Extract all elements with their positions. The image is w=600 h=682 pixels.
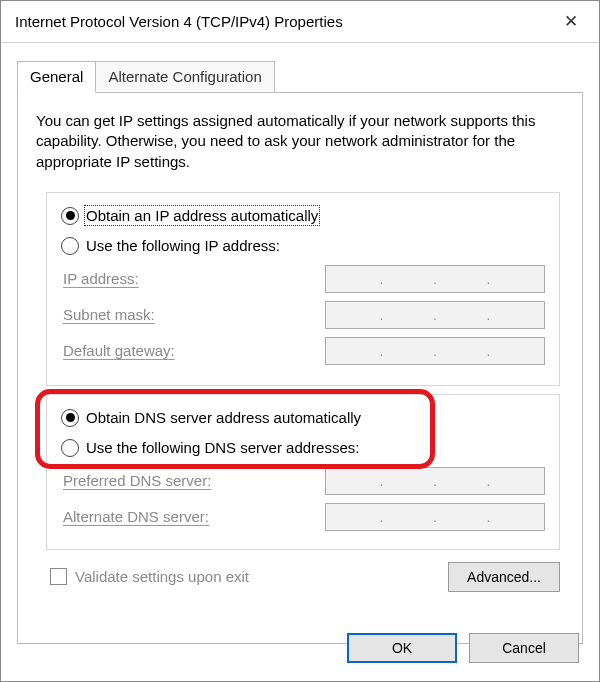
radio-use-following-ip[interactable]: Use the following IP address: <box>61 231 545 261</box>
ip-address-input: . . . <box>325 265 545 293</box>
tab-alternate-configuration[interactable]: Alternate Configuration <box>96 61 274 93</box>
radio-obtain-dns-auto[interactable]: Obtain DNS server address automatically <box>61 403 545 433</box>
cancel-button[interactable]: Cancel <box>469 633 579 663</box>
radio-icon <box>61 207 79 225</box>
checkbox-validate-settings[interactable]: Validate settings upon exit <box>50 568 448 585</box>
field-preferred-dns: Preferred DNS server: . . . <box>61 463 545 499</box>
field-label: Alternate DNS server: <box>63 508 325 525</box>
field-label: IP address: <box>63 270 325 287</box>
radio-use-following-dns[interactable]: Use the following DNS server addresses: <box>61 433 545 463</box>
dialog-buttons: OK Cancel <box>347 633 579 663</box>
tab-general[interactable]: General <box>17 61 96 93</box>
alternate-dns-input: . . . <box>325 503 545 531</box>
subnet-mask-input: . . . <box>325 301 545 329</box>
close-button[interactable]: ✕ <box>543 1 599 43</box>
radio-label: Use the following DNS server addresses: <box>86 439 359 456</box>
dialog-window: Internet Protocol Version 4 (TCP/IPv4) P… <box>0 0 600 682</box>
radio-obtain-ip-auto[interactable]: Obtain an IP address automatically <box>61 201 545 231</box>
radio-icon <box>61 237 79 255</box>
default-gateway-input: . . . <box>325 337 545 365</box>
preferred-dns-input: . . . <box>325 467 545 495</box>
ok-button[interactable]: OK <box>347 633 457 663</box>
close-icon: ✕ <box>564 11 578 32</box>
field-label: Preferred DNS server: <box>63 472 325 489</box>
radio-label: Use the following IP address: <box>86 237 280 254</box>
checkbox-icon <box>50 568 67 585</box>
radio-label: Obtain an IP address automatically <box>86 207 318 224</box>
window-title: Internet Protocol Version 4 (TCP/IPv4) P… <box>15 13 543 30</box>
field-alternate-dns: Alternate DNS server: . . . <box>61 499 545 535</box>
tabstrip: General Alternate Configuration <box>17 61 583 93</box>
titlebar[interactable]: Internet Protocol Version 4 (TCP/IPv4) P… <box>1 1 599 43</box>
advanced-button[interactable]: Advanced... <box>448 562 560 592</box>
radio-icon <box>61 439 79 457</box>
dns-settings-group: Obtain DNS server address automatically … <box>46 394 560 550</box>
field-default-gateway: Default gateway: . . . <box>61 333 545 369</box>
checkbox-label: Validate settings upon exit <box>75 568 249 585</box>
radio-label: Obtain DNS server address automatically <box>86 409 361 426</box>
radio-icon <box>61 409 79 427</box>
field-label: Default gateway: <box>63 342 325 359</box>
intro-text: You can get IP settings assigned automat… <box>36 111 564 172</box>
tab-panel-general: You can get IP settings assigned automat… <box>17 92 583 644</box>
field-ip-address: IP address: . . . <box>61 261 545 297</box>
dialog-body: General Alternate Configuration You can … <box>1 43 599 644</box>
bottom-row: Validate settings upon exit Advanced... <box>36 562 564 592</box>
field-label: Subnet mask: <box>63 306 325 323</box>
ip-settings-group: Obtain an IP address automatically Use t… <box>46 192 560 386</box>
field-subnet-mask: Subnet mask: . . . <box>61 297 545 333</box>
